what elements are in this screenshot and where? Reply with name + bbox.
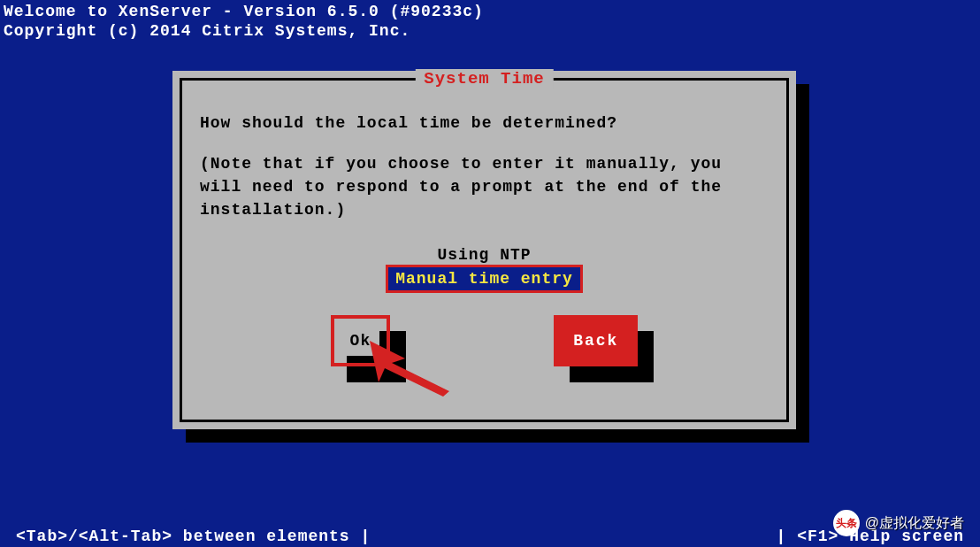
option-ntp[interactable]: Using NTP: [437, 243, 531, 266]
system-time-dialog: System Time How should the local time be…: [172, 71, 796, 429]
note-text: (Note that if you choose to enter it man…: [200, 152, 769, 221]
question-text: How should the local time be determined?: [200, 112, 769, 135]
annotation-arrow-icon: [365, 336, 463, 398]
header-area: Welcome to XenServer - Version 6.5.0 (#9…: [0, 0, 980, 42]
footer-left-hint: <Tab>/<Alt-Tab> between elements |: [16, 528, 371, 545]
back-button[interactable]: Back: [557, 319, 634, 363]
watermark-brand: 头条: [836, 516, 857, 531]
dialog-content: How should the local time be determined?…: [182, 81, 786, 375]
copyright-line: Copyright (c) 2014 Citrix Systems, Inc.: [4, 21, 976, 41]
dialog-border: How should the local time be determined?…: [180, 78, 789, 422]
back-button-wrap: Back: [554, 315, 638, 366]
watermark-logo-icon: 头条: [833, 510, 860, 536]
welcome-line: Welcome to XenServer - Version 6.5.0 (#9…: [4, 2, 976, 21]
option-manual-highlight: Manual time entry: [386, 265, 583, 293]
back-button-border: Back: [554, 315, 638, 366]
svg-marker-0: [370, 341, 449, 397]
button-row: Ok Back: [200, 315, 769, 366]
watermark-user: @虚拟化爱好者: [865, 514, 964, 533]
time-options: Using NTP Manual time entry: [200, 243, 769, 293]
option-manual[interactable]: Manual time entry: [388, 267, 580, 290]
watermark: 头条 @虚拟化爱好者: [833, 510, 964, 536]
dialog-title: System Time: [415, 69, 553, 89]
